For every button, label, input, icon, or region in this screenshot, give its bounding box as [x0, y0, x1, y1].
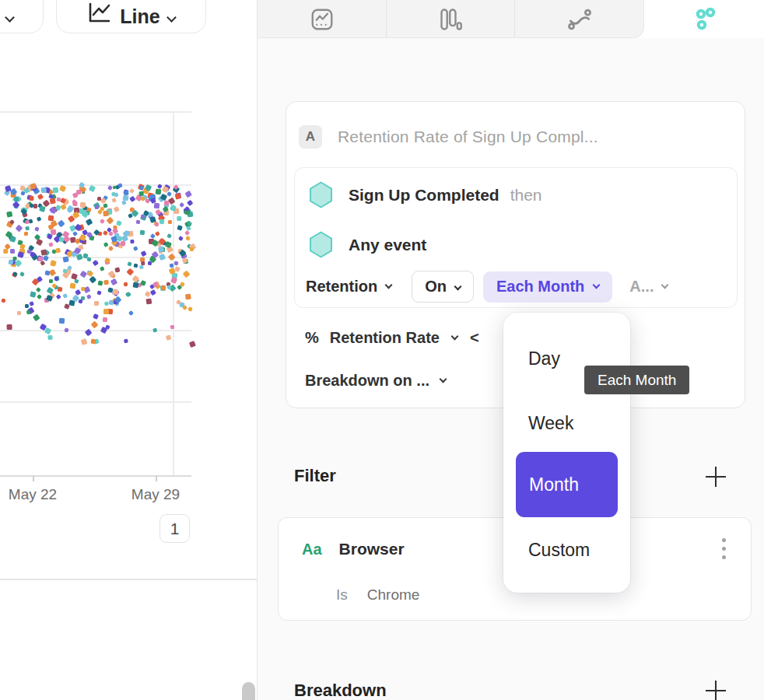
- scatter-point: [129, 188, 135, 194]
- scrollbar-thumb[interactable]: [242, 682, 255, 700]
- scatter-point: [179, 201, 185, 208]
- tab-bar-chart[interactable]: [386, 0, 514, 38]
- on-dropdown-button[interactable]: On: [412, 271, 474, 303]
- scatter-point: [150, 233, 155, 238]
- scatter-point: [150, 289, 156, 296]
- menu-item-month-selected[interactable]: Month: [516, 452, 618, 517]
- scatter-point: [26, 226, 30, 230]
- menu-item-day[interactable]: Day: [528, 348, 560, 369]
- scatter-point: [53, 276, 58, 282]
- scatter-point: [98, 280, 103, 285]
- query-title[interactable]: Retention Rate of Sign Up Compl...: [338, 128, 598, 146]
- scatter-point: [70, 282, 76, 289]
- scatter-point: [82, 338, 88, 345]
- scatter-point: [24, 232, 28, 236]
- event-suffix: then: [510, 186, 542, 205]
- scatter-point: [32, 314, 40, 322]
- tab-scatter-active[interactable]: [644, 0, 764, 38]
- retention-dropdown[interactable]: Retention: [306, 278, 391, 296]
- scatter-point: [87, 257, 92, 262]
- scatter-point: [9, 236, 16, 243]
- scatter-point: [103, 317, 107, 322]
- interval-dropdown-chip[interactable]: Each Month: [483, 271, 612, 303]
- retention-dropdown-label: Retention: [306, 278, 377, 296]
- add-filter-button[interactable]: [706, 467, 726, 487]
- scatter-point: [185, 191, 192, 198]
- scatter-point: [177, 216, 182, 222]
- scatter-point: [25, 220, 30, 225]
- scatter-point: [138, 191, 143, 196]
- scatter-point: [106, 217, 114, 225]
- scatter-point: [124, 282, 128, 287]
- scatter-point: [37, 294, 42, 299]
- scatter-point: [30, 291, 37, 297]
- module-divider: [0, 579, 257, 580]
- scatter-point: [13, 257, 17, 261]
- event-row[interactable]: Any event: [309, 231, 437, 258]
- event-name[interactable]: Sign Up Completed: [349, 186, 499, 205]
- kebab-menu-icon[interactable]: [722, 538, 726, 559]
- scatter-point: [64, 327, 68, 332]
- chevron-down-icon: [385, 282, 393, 289]
- pagination-badge[interactable]: 1: [159, 514, 190, 543]
- scatter-dots-icon: [691, 5, 719, 33]
- filter-property[interactable]: Browser: [339, 540, 405, 558]
- percent-unit: %: [305, 329, 319, 347]
- tab-flow[interactable]: [514, 0, 644, 38]
- scatter-point: [59, 236, 65, 242]
- chart-type-button[interactable]: Line: [56, 0, 206, 33]
- chart-module: May 22May 29 Line 1: [0, 0, 257, 700]
- scatter-point: [87, 294, 92, 299]
- scatter-point: [80, 286, 85, 291]
- scatter-point: [103, 231, 108, 236]
- chevron-down-icon: [5, 12, 15, 23]
- scatter-point: [2, 298, 6, 303]
- scatter-point: [57, 294, 61, 299]
- menu-item-week[interactable]: Week: [528, 413, 573, 434]
- scatter-plot: May 22May 29: [0, 0, 257, 591]
- scatter-point: [48, 242, 53, 247]
- chevron-down-icon: [454, 283, 462, 291]
- query-label-badge: A: [299, 125, 322, 149]
- filter-value: Chrome: [367, 586, 420, 604]
- tab-line-chart[interactable]: [258, 0, 386, 38]
- scatter-point: [72, 231, 78, 236]
- chevron-down-icon: [593, 282, 601, 289]
- scatter-point: [29, 196, 34, 201]
- scatter-point: [53, 187, 59, 193]
- event-hexagon-icon: [309, 231, 333, 258]
- chart-type-label: Line: [120, 5, 159, 27]
- filter-condition[interactable]: Is Chrome: [336, 586, 419, 604]
- collapsed-dropdown-button[interactable]: [0, 0, 44, 33]
- scatter-point: [50, 260, 56, 266]
- scatter-point: [161, 285, 166, 290]
- scatter-point: [19, 243, 25, 249]
- breakdown-on-label: Breakdown on ...: [305, 372, 429, 390]
- scatter-point: [159, 254, 166, 261]
- scatter-point: [37, 193, 44, 199]
- menu-item-custom[interactable]: Custom: [528, 540, 590, 561]
- overflow-dropdown[interactable]: A...: [629, 278, 668, 296]
- scatter-point: [90, 338, 96, 344]
- scatter-point: [156, 188, 162, 194]
- x-tick: [33, 476, 34, 481]
- event-row[interactable]: Sign Up Completed then: [309, 181, 542, 208]
- x-tick: [156, 476, 157, 481]
- measure-row[interactable]: % Retention Rate <: [305, 329, 479, 347]
- query-title-row: A Retention Rate of Sign Up Compl...: [299, 125, 598, 149]
- scatter-point: [127, 268, 134, 275]
- gridline: [0, 401, 191, 403]
- line-chart-icon: [87, 2, 112, 26]
- breakdown-on-row[interactable]: Breakdown on ...: [305, 372, 446, 390]
- scatter-point: [135, 220, 140, 225]
- scatter-point: [138, 264, 144, 270]
- scatter-point: [41, 187, 47, 193]
- scatter-point: [157, 184, 162, 188]
- scatter-point: [184, 230, 190, 236]
- filter-card-header: Aa Browser: [302, 540, 405, 558]
- event-name[interactable]: Any event: [349, 236, 426, 254]
- add-breakdown-button[interactable]: [706, 681, 726, 700]
- scatter-point: [185, 236, 191, 241]
- scatter-point: [79, 270, 86, 277]
- scatter-point: [108, 246, 114, 251]
